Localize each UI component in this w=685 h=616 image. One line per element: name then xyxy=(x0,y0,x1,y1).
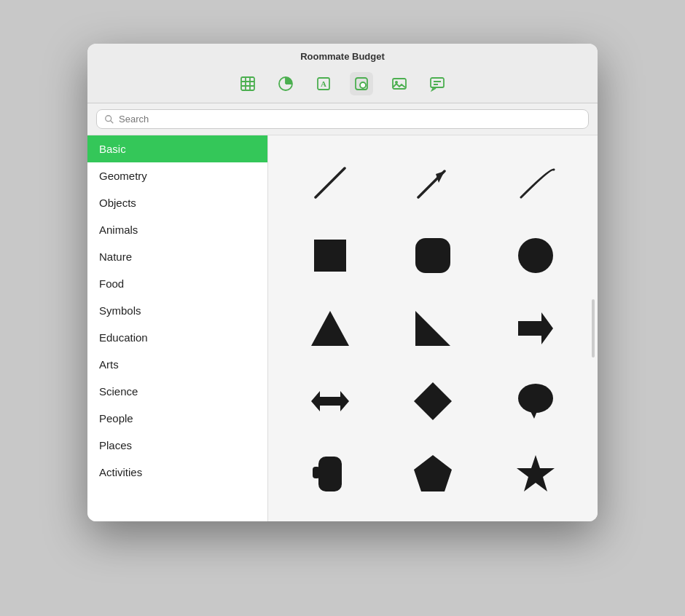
svg-marker-21 xyxy=(436,171,445,183)
shapes-grid xyxy=(268,135,598,521)
shape-line-diagonal[interactable] xyxy=(283,150,378,216)
window-title: Roommate Budget xyxy=(300,51,385,62)
svg-marker-27 xyxy=(518,312,553,344)
sidebar-item-activities[interactable]: Activities xyxy=(87,459,267,486)
svg-point-13 xyxy=(395,81,398,84)
sidebar-item-places[interactable]: Places xyxy=(87,432,267,459)
shape-rounded-square[interactable] xyxy=(385,223,481,288)
shape-double-arrow[interactable] xyxy=(283,368,378,434)
sidebar-item-food[interactable]: Food xyxy=(87,270,267,297)
shape-icon[interactable] xyxy=(350,72,373,95)
content-area: Basic Geometry Objects Animals Nature Fo… xyxy=(87,135,598,521)
svg-marker-26 xyxy=(415,311,450,346)
media-icon[interactable] xyxy=(388,72,411,95)
svg-line-19 xyxy=(316,168,345,197)
sidebar: Basic Geometry Objects Animals Nature Fo… xyxy=(87,135,268,521)
sidebar-item-nature[interactable]: Nature xyxy=(87,243,267,270)
search-icon xyxy=(104,114,114,125)
svg-point-11 xyxy=(360,82,366,88)
toolbar: A xyxy=(222,68,463,103)
svg-line-18 xyxy=(111,120,114,123)
shape-pentagon[interactable] xyxy=(385,441,481,507)
shape-star[interactable] xyxy=(488,441,583,507)
search-input-wrapper[interactable] xyxy=(96,109,589,129)
sidebar-item-symbols[interactable]: Symbols xyxy=(87,297,267,324)
shape-square[interactable] xyxy=(283,223,378,288)
svg-point-17 xyxy=(106,115,111,121)
svg-marker-34 xyxy=(414,455,452,491)
search-bar xyxy=(87,103,598,135)
text-icon[interactable]: A xyxy=(312,72,335,95)
scrollbar[interactable] xyxy=(592,299,595,358)
search-input[interactable] xyxy=(119,114,581,125)
sidebar-item-animals[interactable]: Animals xyxy=(87,216,267,243)
svg-marker-35 xyxy=(517,455,555,491)
shape-line-arrow[interactable] xyxy=(385,150,481,216)
sidebar-item-basic[interactable]: Basic xyxy=(87,135,267,162)
shape-picker-window: Roommate Budget xyxy=(87,44,598,521)
shape-arc[interactable] xyxy=(488,150,583,216)
shape-diamond[interactable] xyxy=(385,368,481,434)
svg-rect-14 xyxy=(431,78,444,87)
svg-marker-25 xyxy=(311,311,349,346)
sidebar-item-geometry[interactable]: Geometry xyxy=(87,162,267,189)
shape-arrow-right[interactable] xyxy=(488,296,583,361)
table-icon[interactable] xyxy=(236,72,259,95)
svg-point-24 xyxy=(518,238,553,273)
titlebar: Roommate Budget xyxy=(87,44,598,103)
svg-rect-0 xyxy=(241,77,254,90)
svg-rect-23 xyxy=(415,238,450,273)
svg-rect-22 xyxy=(314,240,346,272)
svg-marker-28 xyxy=(311,391,349,411)
sidebar-item-people[interactable]: People xyxy=(87,405,267,432)
shapes-panel xyxy=(268,135,598,521)
svg-rect-33 xyxy=(313,467,320,478)
sidebar-item-education[interactable]: Education xyxy=(87,324,267,351)
svg-marker-31 xyxy=(530,410,537,419)
shape-triangle-up[interactable] xyxy=(283,296,378,361)
shape-rounded-rect-tab[interactable] xyxy=(283,441,378,507)
shape-speech-bubble[interactable] xyxy=(488,368,583,434)
shape-triangle-right[interactable] xyxy=(385,296,481,361)
sidebar-item-arts[interactable]: Arts xyxy=(87,351,267,378)
chart-icon[interactable] xyxy=(274,72,297,95)
svg-text:A: A xyxy=(321,79,326,88)
svg-point-30 xyxy=(518,384,553,413)
sidebar-item-objects[interactable]: Objects xyxy=(87,189,267,216)
svg-marker-29 xyxy=(414,382,452,420)
svg-rect-32 xyxy=(318,457,342,491)
comment-icon[interactable] xyxy=(426,72,449,95)
shape-circle[interactable] xyxy=(488,223,583,288)
sidebar-item-science[interactable]: Science xyxy=(87,378,267,405)
